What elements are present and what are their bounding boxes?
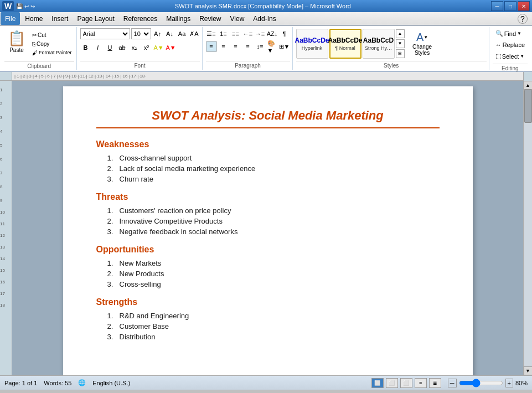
underline-button[interactable]: U	[105, 42, 116, 53]
ribbon: 📋 Paste ✂ Cut ⎘ Copy 🖌	[0, 25, 532, 72]
font-color-button[interactable]: A▼	[166, 42, 177, 53]
ribbon-content: 📋 Paste ✂ Cut ⎘ Copy 🖌	[0, 25, 532, 71]
menu-item-view[interactable]: View	[226, 12, 249, 25]
font-format-row: B I U ab x₂ x² A▼ A▼	[80, 42, 177, 53]
justify-button[interactable]: ≡	[242, 41, 254, 52]
show-formatting-button[interactable]: ¶	[279, 28, 290, 39]
paragraph-top-row: ☰≡ 1≡ ≡≡ ←≡ →≡ AZ↓ ¶	[206, 28, 290, 39]
full-screen-button[interactable]: ⬜	[386, 378, 398, 388]
opportunities-heading: Opportunities	[96, 245, 440, 255]
change-styles-icon: A	[416, 31, 423, 44]
styles-scroll-down[interactable]: ▼	[396, 39, 405, 48]
scissors-icon: ✂	[32, 32, 37, 38]
grow-font-button[interactable]: A↑	[152, 28, 163, 39]
styles-scroll-up[interactable]: ▲	[396, 29, 405, 38]
styles-group-content: AaBbCcDe Hyperlink AaBbCcDe ¶ Normal AaB…	[296, 27, 487, 60]
style-hyperlink-button[interactable]: AaBbCcDe Hyperlink	[296, 29, 328, 59]
help-icon[interactable]: ?	[518, 14, 528, 24]
scroll-track[interactable]	[524, 90, 532, 366]
clear-formatting-button[interactable]: ✗A	[189, 28, 200, 39]
menu-item-home[interactable]: Home	[20, 12, 47, 25]
paste-label: Paste	[9, 47, 24, 53]
copy-button[interactable]: ⎘ Copy	[30, 40, 74, 48]
bold-button[interactable]: B	[80, 42, 91, 53]
scroll-up-button[interactable]: ▲	[524, 81, 533, 90]
hyperlink-preview: AaBbCcDe	[295, 37, 329, 44]
menu-item-references[interactable]: References	[119, 12, 162, 25]
zoom-level: 80%	[515, 380, 528, 386]
minimize-button[interactable]: ─	[491, 1, 503, 11]
find-button[interactable]: 🔍 Find ▼	[493, 28, 524, 39]
paste-icon: 📋	[8, 30, 25, 47]
font-group: Arial 10 A↑ A↓ Aa ✗A B I U ab x₂ x²	[78, 27, 203, 70]
bullets-button[interactable]: ☰≡	[206, 28, 217, 39]
copy-icon: ⎘	[32, 41, 35, 47]
format-painter-button[interactable]: 🖌 Format Painter	[30, 49, 74, 57]
language-flag: 🌐	[78, 379, 86, 386]
clipboard-group: 📋 Paste ✂ Cut ⎘ Copy 🖌	[2, 27, 77, 70]
title-bar-left: W 💾 ↩ ↪	[2, 1, 35, 11]
replace-button[interactable]: ↔ Replace	[493, 40, 528, 50]
list-item: 2.Lack of social media marketing experie…	[107, 164, 440, 173]
ruler-container: |·1·|·2·|·3·|·4·|·5·|·6·|·7·|·8·|·9·|·10…	[0, 72, 532, 81]
select-button[interactable]: ⬚ Select ▼	[493, 51, 528, 61]
shrink-font-button[interactable]: A↓	[164, 28, 175, 39]
document-scroll-area[interactable]: SWOT Analysis: Social Media Marketing We…	[12, 81, 523, 375]
multilevel-list-button[interactable]: ≡≡	[230, 28, 241, 39]
paragraph-group: ☰≡ 1≡ ≡≡ ←≡ →≡ AZ↓ ¶ ≡ ≡ ≡ ≡ ↕≡ 🎨▼ ⊞▼	[204, 27, 293, 70]
align-center-button[interactable]: ≡	[218, 41, 229, 52]
font-family-select[interactable]: Arial	[80, 28, 130, 39]
change-styles-button[interactable]: A ▼ ChangeStyles	[408, 29, 437, 58]
menu-item-insert[interactable]: Insert	[47, 12, 73, 25]
hyperlink-label: Hyperlink	[302, 45, 323, 51]
numbering-button[interactable]: 1≡	[218, 28, 229, 39]
status-bar: Page: 1 of 1 Words: 55 🌐 English (U.S.) …	[0, 375, 532, 390]
web-layout-button[interactable]: ⬜	[400, 378, 412, 388]
opportunities-list: 1.New Markets 2.New Products 3.Cross-sel…	[96, 259, 440, 288]
list-item: 3.Churn rate	[107, 175, 440, 183]
clipboard-label: Clipboard	[4, 61, 74, 70]
zoom-in-button[interactable]: +	[505, 379, 513, 387]
zoom-out-button[interactable]: ─	[448, 379, 457, 387]
outline-button[interactable]: ≡	[415, 378, 427, 388]
menu-item-page-layout[interactable]: Page Layout	[73, 12, 118, 25]
list-item: 2.New Products	[107, 270, 440, 278]
scroll-down-button[interactable]: ▼	[524, 366, 533, 375]
borders-button[interactable]: ⊞▼	[279, 41, 290, 52]
align-left-button[interactable]: ≡	[206, 41, 217, 52]
normal-preview: AaBbCcDe	[328, 37, 363, 44]
scroll-thumb[interactable]	[524, 90, 532, 123]
strikethrough-button[interactable]: ab	[117, 42, 128, 53]
font-size-select[interactable]: 10	[131, 28, 151, 39]
maximize-button[interactable]: □	[504, 1, 516, 11]
print-layout-button[interactable]: ⬜	[371, 378, 384, 388]
editing-group-content: 🔍 Find ▼ ↔ Replace ⬚ Select ▼	[493, 27, 528, 63]
format-painter-icon: 🖌	[32, 50, 38, 56]
strengths-list: 1.R&D and Engineering 2.Customer Base 3.…	[96, 312, 440, 341]
page-info: Page: 1 of 1	[4, 380, 37, 386]
menu-item-review[interactable]: Review	[195, 12, 225, 25]
sort-button[interactable]: AZ↓	[267, 28, 278, 39]
menu-item-mailings[interactable]: Mailings	[162, 12, 195, 25]
subscript-button[interactable]: x₂	[129, 42, 140, 53]
cut-button[interactable]: ✂ Cut	[30, 31, 74, 39]
draft-button[interactable]: ≣	[429, 378, 441, 388]
style-strong-button[interactable]: AaBbCcD Strong Hy…	[363, 29, 395, 59]
text-highlight-button[interactable]: A▼	[153, 42, 164, 53]
paste-button[interactable]: 📋 Paste	[4, 28, 29, 59]
styles-more[interactable]: ⊞	[396, 49, 405, 58]
superscript-button[interactable]: x²	[141, 42, 152, 53]
increase-indent-button[interactable]: →≡	[255, 28, 266, 39]
change-case-button[interactable]: Aa	[177, 28, 188, 39]
zoom-slider[interactable]	[459, 379, 503, 387]
italic-button[interactable]: I	[92, 42, 104, 53]
decrease-indent-button[interactable]: ←≡	[242, 28, 254, 39]
close-button[interactable]: ✕	[518, 1, 530, 11]
document-title: SWOT Analysis: Social Media Marketing	[96, 108, 440, 123]
menu-item-file[interactable]: File	[1, 12, 20, 25]
style-normal-button[interactable]: AaBbCcDe ¶ Normal	[329, 29, 361, 59]
align-right-button[interactable]: ≡	[230, 41, 241, 52]
line-spacing-button[interactable]: ↕≡	[255, 41, 266, 52]
menu-item-addins[interactable]: Add-Ins	[249, 12, 280, 25]
shading-button[interactable]: 🎨▼	[267, 41, 278, 52]
